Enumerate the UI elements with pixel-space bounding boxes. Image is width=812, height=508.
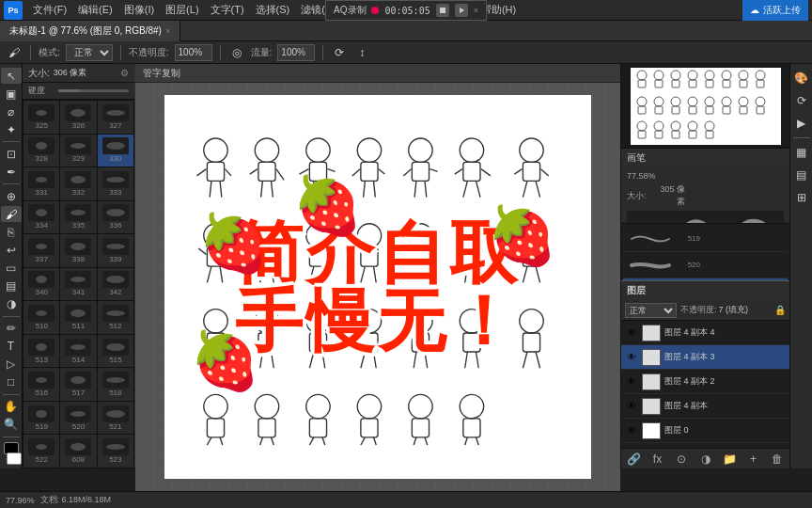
brush-cell-326[interactable]: 326 (60, 101, 96, 134)
layer-item[interactable]: 👁 图层 4 副本 4 (621, 321, 789, 345)
history-btn[interactable]: ⟳ (791, 90, 812, 111)
brush-cell-510[interactable]: 510 (23, 301, 59, 334)
brush-cell-337[interactable]: 337 (23, 234, 59, 267)
blend-mode-select[interactable]: 正常溶解 (66, 44, 113, 61)
tab-close-button[interactable]: × (165, 26, 170, 36)
layer-blend-select[interactable]: 正常溶解 (625, 303, 677, 318)
layer-visibility-toggle[interactable]: 👁 (625, 326, 638, 340)
hardness-slider[interactable] (58, 89, 129, 92)
add-group-button[interactable]: 📁 (721, 451, 738, 468)
layer-item[interactable]: 👁 图层 4 副本 (621, 394, 789, 419)
layer-item[interactable]: 👁 图层 4 副本 3 (621, 345, 789, 370)
menu-layer[interactable]: 图层(L) (161, 1, 203, 19)
brush-cell-325[interactable]: 325 (23, 101, 59, 134)
document-tab[interactable]: 未标题-1 @ 77.6% (图层 0, RGB/8#) × (0, 21, 180, 41)
brush-cell-332[interactable]: 332 (60, 167, 96, 200)
shape-tool[interactable]: □ (1, 374, 22, 390)
lasso-tool[interactable]: ⌀ (1, 103, 22, 119)
brush-cell-521[interactable]: 521 (98, 402, 133, 435)
canvas-content[interactable]: 简介自取 手慢无！ 🍓 🍓 🍓 🍓 (135, 83, 620, 491)
stamp-tool[interactable]: ⎘ (1, 224, 22, 240)
panel-options-icon[interactable]: ⚙ (120, 68, 129, 78)
hand-tool[interactable]: ✋ (1, 398, 22, 414)
brush-panel-header[interactable]: 画笔 (621, 149, 789, 167)
crop-tool[interactable]: ⊡ (1, 146, 22, 162)
pen-tool[interactable]: ✏ (1, 320, 22, 336)
brush-cell-341[interactable]: 341 (60, 268, 96, 301)
brush-cell-511[interactable]: 511 (60, 301, 96, 334)
record-play-button[interactable] (455, 4, 468, 17)
record-stop-button[interactable] (436, 4, 449, 17)
brush-cell-517[interactable]: 517 (60, 368, 96, 401)
brush-cell-336[interactable]: 336 (98, 201, 133, 234)
smooth-icon[interactable]: ⟳ (331, 44, 348, 61)
menu-edit[interactable]: 编辑(E) (73, 1, 117, 19)
brush-cell-329[interactable]: 329 (60, 135, 96, 167)
layer-visibility-toggle[interactable]: 👁 (625, 375, 638, 389)
brush-tool[interactable]: 🖌 (1, 206, 22, 222)
eyedropper-tool[interactable]: ✒ (1, 164, 22, 180)
heal-tool[interactable]: ⊕ (1, 188, 22, 204)
add-layer-button[interactable]: + (745, 451, 762, 468)
brush-cell-330[interactable]: 330 (98, 135, 133, 167)
menu-file[interactable]: 文件(F) (28, 1, 71, 19)
brush-list-item[interactable]: 520 (623, 252, 788, 278)
menu-image[interactable]: 图像(I) (119, 1, 159, 19)
add-mask-button[interactable]: ⊙ (673, 451, 690, 468)
record-close-button[interactable]: × (474, 6, 478, 15)
pressure-icon[interactable]: ↕ (353, 44, 370, 61)
brush-cell-335[interactable]: 335 (60, 201, 96, 234)
link-layers-button[interactable]: 🔗 (625, 451, 642, 468)
dodge-tool[interactable]: ◑ (1, 296, 22, 312)
brush-cell-523[interactable]: 523 (98, 435, 133, 468)
menu-select[interactable]: 选择(S) (251, 1, 295, 19)
brush-cell-328[interactable]: 328 (23, 135, 59, 167)
brush-cell-522[interactable]: 522 (23, 435, 59, 468)
brush-list-item[interactable]: 519 (623, 226, 788, 252)
brush-cell-339[interactable]: 339 (98, 234, 133, 267)
delete-layer-button[interactable]: 🗑 (769, 451, 786, 468)
brush-cell-340[interactable]: 340 (23, 268, 59, 301)
brush-cell-518[interactable]: 518 (98, 368, 133, 401)
brush-cell-513[interactable]: 513 (23, 335, 59, 368)
brush-tool-icon[interactable]: 🖌 (6, 44, 23, 61)
brush-cell-608[interactable]: 608 (60, 435, 96, 468)
actions-btn[interactable]: ▶ (791, 113, 812, 134)
magic-wand-tool[interactable]: ✦ (1, 121, 22, 137)
layer-item[interactable]: 👁 图层 4 副本 2 (621, 370, 789, 394)
layer-item[interactable]: 👁 图层 0 (621, 419, 789, 443)
add-style-button[interactable]: fx (649, 451, 666, 468)
brush-cell-333[interactable]: 333 (98, 167, 133, 200)
brush-cell-516[interactable]: 516 (23, 368, 59, 401)
background-color[interactable] (7, 452, 22, 465)
brush-cell-327[interactable]: 327 (98, 101, 133, 134)
brush-cell-342[interactable]: 342 (98, 268, 133, 301)
history-brush-tool[interactable]: ↩ (1, 242, 22, 258)
upload-button[interactable]: ☁ 活跃上传 (742, 0, 808, 21)
eraser-tool[interactable]: ▭ (1, 260, 22, 276)
brush-cell-338[interactable]: 338 (60, 234, 96, 267)
brush-cell-331[interactable]: 331 (23, 167, 59, 200)
brush-cell-515[interactable]: 515 (98, 335, 133, 368)
swatches-btn[interactable]: ▦ (791, 142, 812, 163)
layer-visibility-toggle[interactable]: 👁 (625, 400, 638, 413)
layer-visibility-toggle[interactable]: 👁 (625, 424, 638, 437)
add-adjustment-button[interactable]: ◑ (697, 451, 714, 468)
brush-cell-519[interactable]: 519 (23, 402, 59, 435)
opacity-input[interactable] (175, 44, 212, 61)
color-picker-btn[interactable]: 🎨 (791, 68, 812, 88)
flow-input[interactable] (277, 44, 315, 61)
brush-cell-512[interactable]: 512 (98, 301, 133, 334)
patterns-btn[interactable]: ⊞ (791, 187, 812, 208)
layer-visibility-toggle[interactable]: 👁 (625, 351, 638, 364)
menu-text[interactable]: 文字(T) (206, 1, 249, 19)
gradient-tool[interactable]: ▤ (1, 278, 22, 294)
marquee-tool[interactable]: ▣ (1, 86, 22, 102)
move-tool[interactable]: ↖ (1, 68, 22, 84)
path-select-tool[interactable]: ▷ (1, 357, 22, 373)
brush-cell-514[interactable]: 514 (60, 335, 96, 368)
brush-cell-520[interactable]: 520 (60, 402, 96, 435)
gradient-panel-btn[interactable]: ▤ (791, 165, 812, 185)
brush-cell-334[interactable]: 334 (23, 201, 59, 234)
airbrush-icon[interactable]: ◎ (228, 44, 245, 61)
